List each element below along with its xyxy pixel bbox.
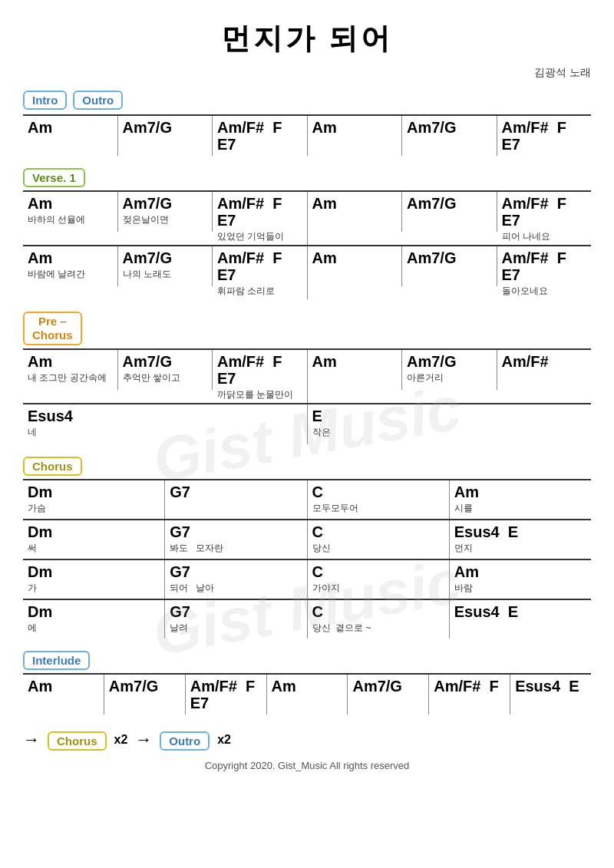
chord-cell: Am/F# F E7 — [497, 116, 592, 156]
chord-cell: G7 날려 — [165, 600, 307, 639]
chorus-row1: Dm 가슴 G7 C 모두모두어 Am 시를 — [23, 479, 591, 519]
interlude-label: Interlude — [23, 651, 90, 670]
chord-cell: Am — [308, 350, 403, 390]
prechorus-row1: Am 내 조그만 공간속에 Am7/G 추억만 쌓이고 Am/F# F E7 까… — [23, 348, 591, 403]
chord-cell: Am/F# F E7 까닭모를 눈물만이 — [213, 350, 308, 403]
chorus-row2: Dm 써 G7 봐도 모자란 C 당신 Esus4 E 먼지 — [23, 519, 591, 559]
chord-cell: Dm 가 — [23, 560, 165, 599]
chord-cell: Am7/G — [104, 675, 186, 715]
chord-cell: Am — [308, 246, 403, 286]
chord-cell: Am/F# F E7 돌아오네요 — [497, 246, 592, 299]
chord-cell: Am/F# — [497, 350, 592, 390]
chord-cell: Am — [23, 675, 104, 715]
intro-row: Am Am7/G Am/F# F E7 Am Am7/G Am/F# F E7 — [23, 114, 591, 156]
chorus-row4: Dm 에 G7 날려 C 당신 곁으로 ~ Esus4 E — [23, 599, 591, 639]
bottom-outro-label: Outro — [160, 731, 210, 751]
chord-cell: Am 시를 — [450, 480, 591, 519]
chord-cell: G7 봐도 모자란 — [165, 520, 307, 559]
chord-cell: Am/F# F E7 있었던 기억들이 — [213, 192, 308, 245]
chord-cell: G7 되어 날아 — [165, 560, 307, 599]
chord-cell: Am — [308, 192, 403, 232]
chord-cell: Am/F# F E7 — [186, 675, 267, 715]
chord-cell: Am 바하의 선율에 — [23, 192, 118, 232]
chord-cell: Am7/G 젖은날이면 — [118, 192, 213, 232]
chord-cell: Dm 써 — [23, 520, 165, 559]
outro-x2: x2 — [217, 733, 231, 747]
copyright: Copyright 2020. Gist_Music All rights re… — [23, 760, 591, 771]
chord-cell: Esus4 E — [510, 675, 591, 715]
chord-cell: G7 — [165, 480, 307, 519]
intro-label: Intro — [23, 91, 67, 110]
chord-cell: Am7/G 나의 노래도 — [118, 246, 213, 286]
chord-cell: Am/F# F E7 휘파람 소리로 — [213, 246, 308, 299]
prechorus-section: Pre –Chorus Am 내 조그만 공간속에 Am7/G 추억만 쌓이고 … — [23, 305, 591, 444]
chord-cell: Am — [23, 116, 118, 156]
chord-cell: Esus4 E 먼지 — [450, 520, 591, 559]
chord-cell: Am/F# F E7 피어 나네요 — [497, 192, 592, 245]
chord-cell: Am 바람 — [450, 560, 591, 599]
chord-cell: Dm 에 — [23, 600, 165, 639]
verse1-label: Verse. 1 — [23, 168, 85, 187]
arrow2: → — [135, 730, 152, 750]
chord-cell: E 작은 — [308, 404, 592, 444]
page: Gist Music Gist Music 먼지가 되어 김광석 노래 Intr… — [0, 0, 614, 868]
chord-cell: Dm 가슴 — [23, 480, 165, 519]
chord-cell: C 모두모두어 — [308, 480, 450, 519]
chorus-section: Chorus Dm 가슴 G7 C 모두모두어 Am 시를 Dm — [23, 451, 591, 639]
artist-label: 김광석 노래 — [23, 66, 591, 80]
chord-cell: Am7/G — [402, 192, 497, 232]
chord-cell: C 당신 곁으로 ~ — [308, 600, 450, 639]
chord-cell: Am7/G 아른거리 — [402, 350, 497, 390]
verse1-section: Verse. 1 Am 바하의 선율에 Am7/G 젖은날이면 Am/F# F … — [23, 162, 591, 299]
verse1-row2: Am 바람에 날려간 Am7/G 나의 노래도 Am/F# F E7 휘파람 소… — [23, 245, 591, 299]
prechorus-row2: Esus4 네 E 작은 — [23, 403, 591, 444]
chord-cell: Am7/G 추억만 쌓이고 — [118, 350, 213, 390]
chord-cell: Am 내 조그만 공간속에 — [23, 350, 118, 390]
chorus-x2: x2 — [114, 733, 128, 747]
bottom-chorus-label: Chorus — [48, 731, 107, 751]
prechorus-label: Pre –Chorus — [23, 312, 82, 345]
page-title: 먼지가 되어 — [23, 19, 591, 58]
interlude-row1: Am Am7/G Am/F# F E7 Am Am7/G Am/F# F Esu… — [23, 673, 591, 715]
chord-cell: Esus4 네 — [23, 404, 308, 444]
chord-cell: Am7/G — [118, 116, 213, 156]
chord-cell: C 가야지 — [308, 560, 450, 599]
chord-cell: Am 바람에 날려간 — [23, 246, 118, 286]
interlude-section: Interlude Am Am7/G Am/F# F E7 Am Am7/G A… — [23, 645, 591, 715]
chord-cell: Am/F# F — [429, 675, 510, 715]
chorus-label: Chorus — [23, 457, 82, 476]
outro-label: Outro — [73, 91, 123, 110]
chord-cell: C 당신 — [308, 520, 450, 559]
arrow1: → — [23, 730, 40, 750]
verse1-row1: Am 바하의 선율에 Am7/G 젖은날이면 Am/F# F E7 있었던 기억… — [23, 190, 591, 245]
chord-cell: Am/F# F E7 — [213, 116, 308, 156]
chord-cell: Am7/G — [402, 116, 497, 156]
chord-cell: Am — [267, 675, 348, 715]
chorus-row3: Dm 가 G7 되어 날아 C 가야지 Am 바람 — [23, 559, 591, 599]
chord-cell: Am — [308, 116, 403, 156]
bottom-row: → Chorus x2 → Outro x2 — [23, 725, 591, 754]
chord-cell: Esus4 E — [450, 600, 591, 639]
chord-cell: Am7/G — [348, 675, 429, 715]
intro-outro-labels: Intro Outro — [23, 84, 591, 113]
chord-cell: Am7/G — [402, 246, 497, 286]
